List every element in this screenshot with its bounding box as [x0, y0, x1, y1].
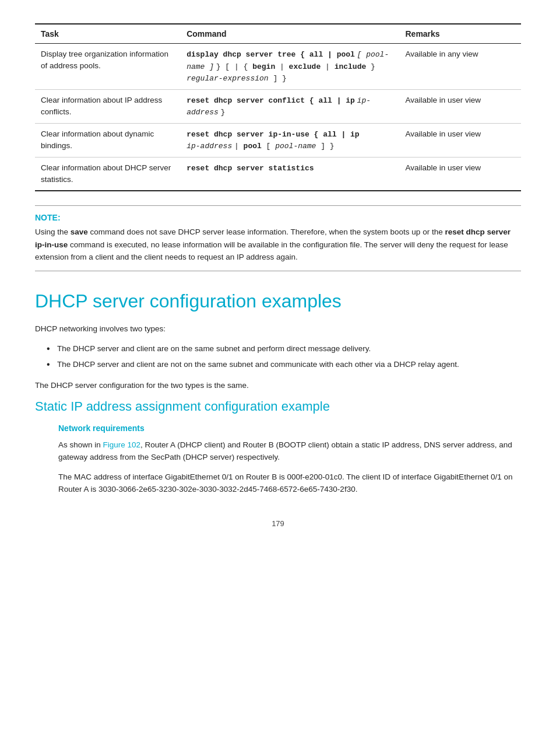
task-cell: Clear information about dynamic bindings… — [35, 123, 181, 157]
task-cell: Clear information about IP address confl… — [35, 89, 181, 123]
table-header-task: Task — [35, 24, 181, 44]
note-label: NOTE: — [35, 213, 521, 222]
remarks-cell: Available in any view — [399, 44, 521, 90]
table-row: Clear information about IP address confl… — [35, 89, 521, 123]
list-item: The DHCP server and client are not on th… — [47, 358, 521, 371]
dhcp-bullet-list: The DHCP server and client are on the sa… — [35, 342, 521, 371]
table-row: Clear information about DHCP server stat… — [35, 157, 521, 191]
network-req-para2: The MAC address of interface GigabitEthe… — [58, 471, 521, 496]
table-row: Clear information about dynamic bindings… — [35, 123, 521, 157]
command-cell: reset dhcp server conflict { all | ip ip… — [181, 89, 399, 123]
remarks-cell: Available in user view — [399, 123, 521, 157]
static-ip-heading: Static IP address assignment configurati… — [35, 399, 521, 414]
task-cell: Clear information about DHCP server stat… — [35, 157, 181, 191]
dhcp-section-heading: DHCP server configuration examples — [35, 290, 521, 312]
note-text: Using the save command does not save DHC… — [35, 226, 521, 264]
network-requirements-heading: Network requirements — [58, 424, 521, 433]
table-header-command: Command — [181, 24, 399, 44]
table-header-remarks: Remarks — [399, 24, 521, 44]
commands-table: Task Command Remarks Display tree organi… — [35, 23, 521, 191]
command-cell: display dhcp server tree { all | pool [ … — [181, 44, 399, 90]
dhcp-intro: DHCP networking involves two types: — [35, 323, 521, 335]
remarks-cell: Available in user view — [399, 157, 521, 191]
note-section: NOTE: Using the save command does not sa… — [35, 205, 521, 271]
network-requirements-block: Network requirements As shown in Figure … — [35, 424, 521, 496]
command-cell: reset dhcp server statistics — [181, 157, 399, 191]
task-cell: Display tree organization information of… — [35, 44, 181, 90]
network-req-para1: As shown in Figure 102, Router A (DHCP c… — [58, 439, 521, 464]
page-number: 179 — [35, 519, 521, 528]
command-cell: reset dhcp server ip-in-use { all | ipip… — [181, 123, 399, 157]
figure-102-link[interactable]: Figure 102 — [103, 440, 141, 449]
remarks-cell: Available in user view — [399, 89, 521, 123]
list-item: The DHCP server and client are on the sa… — [47, 342, 521, 355]
table-row: Display tree organization information of… — [35, 44, 521, 90]
dhcp-conclusion: The DHCP server configuration for the tw… — [35, 379, 521, 392]
